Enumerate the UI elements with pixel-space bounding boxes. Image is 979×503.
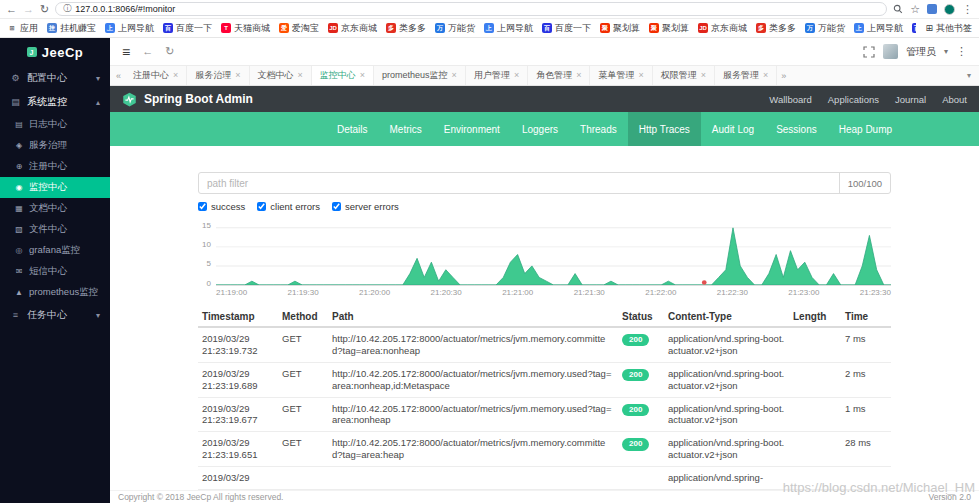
table-row[interactable]: 2019/03/2921:23:19.651 GET http://10.42.… xyxy=(198,432,891,467)
sidebar-item[interactable]: ▲ prometheus监控 xyxy=(0,282,110,303)
bookmark-item[interactable]: 聚 聚划算 xyxy=(600,22,640,35)
tabs-scroll-left-icon[interactable]: « xyxy=(112,71,125,81)
filter-checkbox[interactable]: client errors xyxy=(257,201,320,212)
sidebar-item[interactable]: ✉ 短信中心 xyxy=(0,261,110,282)
sba-nav-tab[interactable]: Environment xyxy=(433,112,511,146)
x-tick: 21:22:00 xyxy=(645,288,676,297)
browser-back-icon[interactable]: ← xyxy=(6,4,17,15)
tab-close-icon[interactable]: × xyxy=(298,71,303,80)
admin-menu-label[interactable]: 管理员 xyxy=(906,45,936,59)
tabs-dropdown-icon[interactable]: ▾ xyxy=(961,71,977,80)
sba-nav-tab[interactable]: Metrics xyxy=(379,112,433,146)
filter-checkbox[interactable]: server errors xyxy=(332,201,399,212)
tabs-scroll-right-icon[interactable]: » xyxy=(777,71,790,81)
toolbar-back-icon[interactable]: ← xyxy=(142,46,153,57)
page-tab[interactable]: 监控中心 × xyxy=(312,66,374,85)
sidebar-section-config[interactable]: ⚙ 配置中心 ▾ xyxy=(0,66,110,90)
page-tab[interactable]: 权限管理 × xyxy=(653,66,715,85)
table-row[interactable]: 2019/03/2921:23:19.689 GET http://10.42.… xyxy=(198,362,891,397)
search-icon[interactable] xyxy=(893,4,903,14)
page-tab[interactable]: prometheus监控 × xyxy=(374,66,466,85)
bookmark-item[interactable]: 挂 挂机赚宝 xyxy=(47,22,96,35)
bookmark-item[interactable]: 百 百度一下 xyxy=(542,22,591,35)
tab-close-icon[interactable]: × xyxy=(638,71,643,80)
bookmark-label: 聚划算 xyxy=(613,22,640,35)
bookmark-item[interactable]: 上 上网导航 xyxy=(105,22,154,35)
bookmark-item[interactable]: 多 类多多 xyxy=(756,22,796,35)
address-bar[interactable]: ⓘ 127.0.0.1:8066/#!monitor xyxy=(55,2,887,16)
sba-nav-tab[interactable]: Heap Dump xyxy=(828,112,903,146)
tab-close-icon[interactable]: × xyxy=(360,71,365,80)
bookmark-item[interactable]: 百 百度一下 xyxy=(912,22,916,35)
profile-avatar-icon[interactable] xyxy=(944,4,955,15)
sba-nav-tab[interactable]: Details xyxy=(326,112,379,146)
sidebar-item[interactable]: ▦ 文档中心 xyxy=(0,198,110,219)
filter-checkbox[interactable]: success xyxy=(198,201,245,212)
bookmark-item[interactable]: 万 万能货 xyxy=(805,22,845,35)
sba-header-link[interactable]: Applications xyxy=(828,94,879,105)
browser-menu-icon[interactable]: ⋮ xyxy=(962,4,973,15)
checkbox-input[interactable] xyxy=(198,202,207,211)
sidebar-section-monitor[interactable]: ▤ 系统监控 ▴ xyxy=(0,90,110,114)
bookmark-item[interactable]: 聚 聚划算 xyxy=(649,22,689,35)
bookmark-item[interactable]: 上 上网导航 xyxy=(484,22,533,35)
bookmark-item[interactable]: 万 万能货 xyxy=(435,22,475,35)
page-tab[interactable]: 服务治理 × xyxy=(187,66,249,85)
tab-close-icon[interactable]: × xyxy=(514,71,519,80)
page-tab[interactable]: 文档中心 × xyxy=(250,66,312,85)
sidebar-item[interactable]: ◈ 服务治理 xyxy=(0,135,110,156)
page-tab[interactable]: 服务管理 × xyxy=(715,66,777,85)
page-tab[interactable]: 角色管理 × xyxy=(528,66,590,85)
table-row[interactable]: 2019/03/29 application/vnd.spring- xyxy=(198,467,891,490)
sba-nav-tab[interactable]: Sessions xyxy=(765,112,828,146)
page-tab[interactable]: 菜单管理 × xyxy=(590,66,652,85)
sidebar-item[interactable]: ▧ 文件中心 xyxy=(0,219,110,240)
sidebar-section-task[interactable]: ≡ 任务中心 ▾ xyxy=(0,303,110,327)
bookmark-item[interactable]: 爱 爱淘宝 xyxy=(279,22,319,35)
table-row[interactable]: 2019/03/2921:23:19.677 GET http://10.42.… xyxy=(198,397,891,432)
other-bookmarks[interactable]: ⊞ 其他书签 xyxy=(925,22,972,35)
toolbar-refresh-icon[interactable]: ↻ xyxy=(165,46,174,57)
user-avatar[interactable] xyxy=(883,44,898,59)
fullscreen-icon[interactable] xyxy=(863,46,875,58)
sidebar-item[interactable]: ⊕ 注册中心 xyxy=(0,156,110,177)
bookmark-item[interactable]: 多 类多多 xyxy=(386,22,426,35)
browser-refresh-icon[interactable]: ↻ xyxy=(40,4,49,15)
sidebar-item[interactable]: ◎ grafana监控 xyxy=(0,240,110,261)
sba-nav-tab[interactable]: Audit Log xyxy=(701,112,765,146)
table-row[interactable]: 2019/03/2921:23:19.732 GET http://10.42.… xyxy=(198,327,891,362)
path-filter-input[interactable] xyxy=(199,173,839,193)
tab-close-icon[interactable]: × xyxy=(576,71,581,80)
tab-close-icon[interactable]: × xyxy=(452,71,457,80)
bookmark-item[interactable]: T 天猫商城 xyxy=(221,22,270,35)
checkbox-input[interactable] xyxy=(332,202,341,211)
sba-nav-tab[interactable]: Threads xyxy=(569,112,628,146)
page-tab[interactable]: 注册中心 × xyxy=(125,66,187,85)
bookmark-item[interactable]: 百 百度一下 xyxy=(163,22,212,35)
tab-close-icon[interactable]: × xyxy=(235,71,240,80)
tab-close-icon[interactable]: × xyxy=(173,71,178,80)
chevron-down-icon[interactable]: ▾ xyxy=(944,47,948,56)
bookmark-item[interactable]: ⊞ 应用 xyxy=(7,22,38,35)
sba-header-link[interactable]: About xyxy=(942,94,967,105)
sba-header-link[interactable]: Wallboard xyxy=(769,94,811,105)
site-info-icon[interactable]: ⓘ xyxy=(63,5,71,13)
hamburger-icon[interactable]: ≡ xyxy=(122,45,130,59)
browser-forward-icon[interactable]: → xyxy=(23,4,34,15)
checkbox-input[interactable] xyxy=(257,202,266,211)
bookmark-item[interactable]: 上 上网导航 xyxy=(854,22,903,35)
sba-header-link[interactable]: Journal xyxy=(895,94,926,105)
sidebar-item[interactable]: ◉ 监控中心 xyxy=(0,177,110,198)
sba-nav-tab[interactable]: Loggers xyxy=(511,112,569,146)
sidebar-item[interactable]: ▤ 日志中心 xyxy=(0,114,110,135)
extension-icon[interactable] xyxy=(927,4,937,14)
tab-close-icon[interactable]: × xyxy=(763,71,768,80)
jeecp-logo[interactable]: J JeeCp xyxy=(0,38,110,66)
page-tab[interactable]: 用户管理 × xyxy=(466,66,528,85)
sba-nav-tab[interactable]: Http Traces xyxy=(628,112,701,146)
tab-close-icon[interactable]: × xyxy=(701,71,706,80)
bookmark-item[interactable]: JD 京东商城 xyxy=(698,22,747,35)
bookmark-star-icon[interactable]: ☆ xyxy=(910,4,920,15)
bookmark-item[interactable]: JD 京东商城 xyxy=(328,22,377,35)
toolbar-more-icon[interactable]: ⋮ xyxy=(956,45,967,58)
